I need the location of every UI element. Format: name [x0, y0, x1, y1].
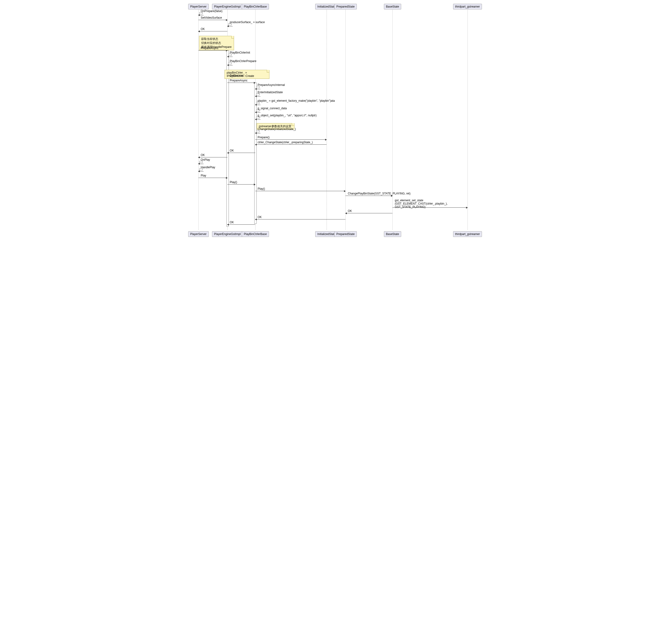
arrowhead-icon — [198, 14, 200, 16]
message-label: Play() — [229, 180, 238, 184]
message-arrow — [198, 157, 227, 157]
message-label: gst_element_set_state(GST_ELEMENT_CAST(c… — [394, 199, 448, 209]
message-label: OK — [229, 221, 234, 224]
message-label: OK — [257, 216, 262, 219]
self-message — [227, 24, 235, 29]
arrowhead-icon — [198, 170, 200, 172]
message-label: g_object_set(playbin_, "uri", "appsrc://… — [257, 114, 317, 117]
arrowhead-icon — [227, 56, 229, 57]
participant-p2-bottom: PlayBinCtrlerBase — [242, 231, 269, 237]
message-label: ChangeState(initializedState_) — [257, 127, 296, 131]
message-arrow — [255, 219, 345, 220]
arrowhead-icon — [226, 177, 227, 179]
message-label: producerSurface_ = surface — [229, 21, 265, 24]
participant-p0-bottom: PlayerServer — [188, 231, 209, 237]
participant-p4: PreparedState — [334, 4, 357, 9]
participant-p4-bottom: PreparedState — [334, 231, 357, 237]
arrowhead-icon — [198, 163, 200, 165]
lifeline-p3 — [327, 9, 327, 230]
message-arrow — [255, 191, 345, 191]
lifeline-p6 — [467, 9, 468, 230]
arrowhead-icon — [325, 139, 327, 141]
sequence-diagram: PlayerServerPlayerServerPlayerEngineGstI… — [190, 0, 482, 238]
message-arrow — [198, 178, 227, 178]
participant-p0: PlayerServer — [188, 4, 209, 9]
arrowhead-icon — [466, 207, 468, 209]
message-label: OK — [347, 209, 352, 212]
arrowhead-icon — [345, 212, 347, 214]
arrowhead-icon — [227, 64, 229, 66]
message-label: HandlePlay — [200, 166, 216, 169]
self-message — [255, 131, 262, 135]
message-label: OnPrepare(false) — [200, 9, 223, 13]
message-label: OK — [229, 149, 234, 152]
message-label: Play — [200, 174, 207, 177]
arrowhead-icon — [255, 111, 257, 113]
arrowhead-icon — [255, 119, 257, 120]
arrowhead-icon — [255, 132, 257, 134]
participant-p5-bottom: BaseState — [384, 231, 401, 237]
arrowhead-icon — [391, 195, 393, 197]
participant-p1: PlayerEngineGstImpl — [212, 4, 243, 9]
arrowhead-icon — [255, 219, 257, 220]
arrowhead-icon — [198, 156, 200, 158]
self-message — [227, 54, 235, 59]
self-message — [255, 102, 262, 107]
message-label: EnterInitializedState — [257, 91, 283, 94]
message-arrow — [255, 140, 327, 140]
message-label: PrepareAsync — [200, 47, 219, 50]
participant-p1-bottom: PlayerEngineGstImpl — [212, 231, 243, 237]
participant-p6-bottom: thirdpart_gstreamer — [453, 231, 482, 237]
arrowhead-icon — [344, 190, 346, 192]
self-message — [198, 169, 206, 174]
message-label: SetVideoSurface — [200, 16, 222, 19]
participant-p6: thirdpart_gstreamer — [453, 4, 482, 9]
message-label: OK — [200, 153, 205, 157]
message-label: g_signal_connect_data — [257, 107, 287, 110]
message-label: PrepareAsync — [229, 79, 248, 82]
message-label: Play() — [257, 187, 265, 191]
message-label: SetSource — [229, 74, 243, 77]
message-arrow — [345, 213, 392, 213]
lifeline-p4 — [345, 9, 346, 230]
self-message — [255, 117, 262, 122]
message-arrow — [227, 224, 255, 225]
participant-p2: PlayBinCtrlerBase — [242, 4, 269, 9]
message-label: playbin_ = gst_element_factory_make("pla… — [257, 99, 335, 102]
arrowhead-icon — [254, 82, 256, 84]
message-label: PlayBinCtrlerInit — [229, 51, 250, 54]
arrowhead-icon — [198, 30, 200, 32]
message-label: OnPlay — [200, 158, 210, 161]
message-label: ctrler_ChangeState(ctrler_.preparingStat… — [257, 141, 313, 144]
arrowhead-icon — [227, 152, 229, 154]
arrowhead-icon — [226, 19, 227, 21]
arrowhead-icon — [255, 95, 257, 97]
arrowhead-icon — [255, 144, 257, 146]
message-label: PlayBinCtrlerPrepare — [229, 59, 257, 63]
message-label: PrepareAsyncInternal — [257, 83, 285, 86]
participant-p5: BaseState — [384, 4, 401, 9]
message-arrow — [198, 31, 227, 31]
arrowhead-icon — [254, 183, 256, 185]
arrowhead-icon — [227, 25, 229, 27]
arrowhead-icon — [255, 88, 257, 90]
arrowhead-icon — [227, 224, 229, 226]
message-arrow — [345, 196, 392, 196]
self-message — [255, 94, 262, 99]
self-message — [227, 63, 235, 68]
message-label: Prepare() — [257, 136, 270, 139]
message-label: ChangePlayBinState(GST_STATE_PLAYING, re… — [347, 192, 411, 195]
message-arrow — [227, 153, 255, 153]
arrowhead-icon — [255, 104, 257, 106]
self-message — [198, 161, 206, 166]
message-label: OK — [200, 27, 205, 31]
